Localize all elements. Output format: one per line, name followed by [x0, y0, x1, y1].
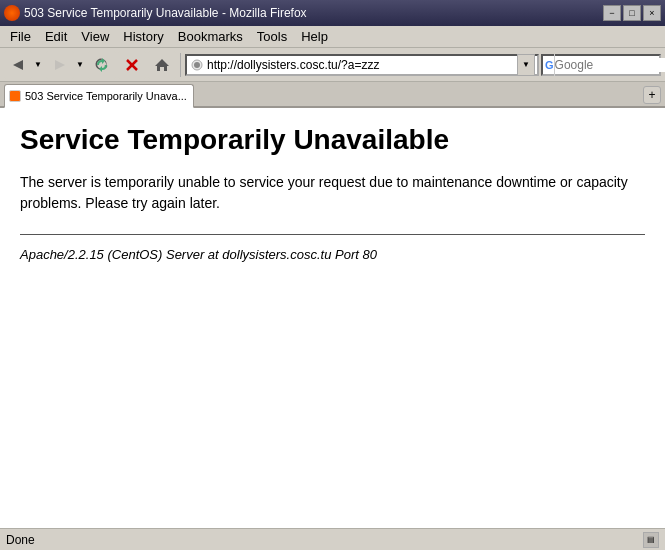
forward-icon — [53, 58, 67, 72]
reload-icon — [94, 57, 110, 73]
active-tab[interactable]: 503 Service Temporarily Unava... — [4, 84, 194, 108]
svg-marker-0 — [13, 60, 23, 70]
tab-label: 503 Service Temporarily Unava... — [25, 90, 187, 102]
tab-favicon — [9, 90, 21, 102]
search-input[interactable] — [555, 58, 665, 72]
tab-bar-end: + — [194, 86, 661, 106]
back-icon — [11, 58, 25, 72]
toolbar-separator — [180, 53, 181, 77]
tab-bar: 503 Service Temporarily Unava... + — [0, 82, 665, 108]
forward-button[interactable] — [46, 51, 74, 79]
back-arrow-button[interactable]: ▼ — [32, 51, 44, 79]
home-button[interactable] — [148, 51, 176, 79]
forward-arrow-button[interactable]: ▼ — [74, 51, 86, 79]
svg-point-6 — [194, 62, 200, 68]
back-button[interactable] — [4, 51, 32, 79]
home-icon — [154, 57, 170, 73]
error-body: The server is temporarily unable to serv… — [20, 172, 645, 214]
menu-view[interactable]: View — [75, 28, 115, 45]
title-bar-left: 503 Service Temporarily Unavailable - Mo… — [4, 5, 307, 21]
title-bar: 503 Service Temporarily Unavailable - Mo… — [0, 0, 665, 26]
maximize-button[interactable]: □ — [623, 5, 641, 21]
reload-button[interactable] — [88, 51, 116, 79]
error-heading: Service Temporarily Unavailable — [20, 124, 645, 156]
page-icon — [191, 59, 203, 71]
menu-tools[interactable]: Tools — [251, 28, 293, 45]
svg-marker-4 — [155, 59, 169, 71]
firefox-icon — [4, 5, 20, 21]
url-bar[interactable]: ▼ — [185, 54, 539, 76]
content-area: Service Temporarily Unavailable The serv… — [0, 108, 665, 528]
url-favicon — [189, 57, 205, 73]
close-button[interactable]: × — [643, 5, 661, 21]
menu-bookmarks[interactable]: Bookmarks — [172, 28, 249, 45]
title-bar-controls: − □ × — [603, 5, 661, 21]
stop-icon — [125, 58, 139, 72]
window-title: 503 Service Temporarily Unavailable - Mo… — [24, 6, 307, 20]
menu-edit[interactable]: Edit — [39, 28, 73, 45]
status-text: Done — [6, 533, 35, 547]
stop-button[interactable] — [118, 51, 146, 79]
error-divider — [20, 234, 645, 235]
status-bar: Done ▤ — [0, 528, 665, 550]
new-tab-button[interactable]: + — [643, 86, 661, 104]
toolbar: ▼ ▼ — [0, 48, 665, 82]
search-bar[interactable]: G 🔍 — [541, 54, 661, 76]
status-icon-1[interactable]: ▤ — [643, 532, 659, 548]
menu-history[interactable]: History — [117, 28, 169, 45]
menu-bar: File Edit View History Bookmarks Tools H… — [0, 26, 665, 48]
forward-button-group[interactable]: ▼ — [46, 51, 86, 79]
error-footer: Apache/2.2.15 (CentOS) Server at dollysi… — [20, 247, 645, 262]
url-input[interactable] — [207, 58, 517, 72]
svg-marker-1 — [55, 60, 65, 70]
menu-help[interactable]: Help — [295, 28, 334, 45]
menu-file[interactable]: File — [4, 28, 37, 45]
url-dropdown-button[interactable]: ▼ — [517, 54, 535, 76]
minimize-button[interactable]: − — [603, 5, 621, 21]
back-button-group[interactable]: ▼ — [4, 51, 44, 79]
search-engine-button[interactable]: G — [545, 54, 555, 76]
status-bar-right: ▤ — [643, 532, 659, 548]
